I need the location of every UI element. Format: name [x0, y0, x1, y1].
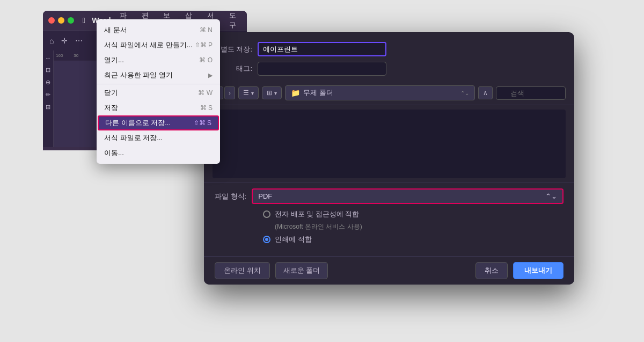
- filename-input[interactable]: [258, 42, 386, 56]
- menu-save-as-template[interactable]: 서식 파일로 저장...: [97, 130, 220, 145]
- menu-save-as[interactable]: 다른 이름으로 저장... ⇧⌘ S: [98, 115, 219, 130]
- radio-circle-electronic: [263, 210, 270, 218]
- footer-left: 온라인 위치 새로운 폴더: [215, 262, 328, 279]
- filename-row: 별도 저장:: [215, 42, 564, 56]
- file-dropdown-menu: 새 문서 ⌘ N 서식 파일에서 새로 만들기... ⇧⌘ P 열기... ⌘ …: [97, 19, 220, 164]
- list-view-button[interactable]: ☰ ▾: [238, 86, 259, 99]
- save-dialog: 별도 저장: 태그: ‹ › ☰ ▾ ⊞ ▾ 📁 무제 폴더 ⌃⌄ ∧ 🔍: [204, 32, 574, 285]
- tag-input[interactable]: [258, 62, 386, 76]
- ruler-num: 160: [56, 53, 63, 58]
- grid-view-button[interactable]: ⊞ ▾: [262, 86, 282, 99]
- menu-close[interactable]: 닫기 ⌘ W: [97, 85, 220, 100]
- menu-open[interactable]: 열기... ⌘ O: [97, 53, 220, 68]
- menu-save[interactable]: 저장 ⌘ S: [97, 100, 220, 115]
- tag-label: 태그:: [215, 64, 252, 74]
- cursor-icon: ↔: [43, 53, 53, 63]
- footer-right: 취소 내보내기: [475, 262, 564, 279]
- close-button[interactable]: [48, 17, 55, 24]
- export-button[interactable]: 내보내기: [513, 262, 564, 279]
- folder-icon: 📁: [291, 89, 300, 97]
- grid-view-chevron: ▾: [274, 90, 277, 96]
- format-select-arrow: ⌃⌄: [545, 192, 557, 200]
- radio-dot-print: [265, 238, 268, 241]
- expand-button[interactable]: ∧: [478, 86, 493, 99]
- pencil-icon: ✏: [43, 89, 53, 100]
- cancel-button[interactable]: 취소: [475, 262, 508, 279]
- maximize-button[interactable]: [68, 17, 74, 24]
- folder-dropdown[interactable]: 📁 무제 폴더 ⌃⌄: [285, 85, 475, 100]
- menu-section-2: 닫기 ⌘ W 저장 ⌘ S 다른 이름으로 저장... ⇧⌘ S 서식 파일로 …: [97, 84, 220, 162]
- file-list-area: [213, 110, 566, 178]
- folder-name: 무제 폴더: [303, 88, 333, 98]
- dialog-toolbar: ‹ › ☰ ▾ ⊞ ▾ 📁 무제 폴더 ⌃⌄ ∧ 🔍: [204, 81, 574, 105]
- radio-circle-print: [263, 236, 270, 243]
- apple-icon: : [83, 16, 85, 25]
- search-wrapper: 🔍: [496, 86, 566, 100]
- menu-item-tools[interactable]: 도구: [227, 10, 241, 31]
- menu-recent-files[interactable]: 최근 사용한 파일 열기 ▶: [97, 68, 220, 83]
- folder-dropdown-arrow: ⌃⌄: [460, 90, 469, 96]
- traffic-lights: [48, 17, 74, 24]
- radio-electronic[interactable]: 전자 배포 및 접근성에 적합: [263, 209, 564, 219]
- select-icon: ⊡: [43, 64, 53, 76]
- dialog-footer: 온라인 위치 새로운 폴더 취소 내보내기: [204, 256, 574, 285]
- radio-electronic-label: 전자 배포 및 접근성에 적합: [275, 209, 359, 219]
- format-label: 파일 형식:: [215, 192, 246, 201]
- menu-new-document[interactable]: 새 문서 ⌘ N: [97, 23, 220, 38]
- menu-section-1: 새 문서 ⌘ N 서식 파일에서 새로 만들기... ⇧⌘ P 열기... ⌘ …: [97, 21, 220, 84]
- left-ruler: ↔ ⊡ ⊕ ✏ ⊞: [43, 50, 54, 147]
- format-row: 파일 형식: PDF ⌃⌄: [215, 188, 564, 204]
- list-view-chevron: ▾: [251, 90, 254, 96]
- dialog-top: 별도 저장: 태그:: [204, 32, 574, 81]
- search-input[interactable]: [496, 86, 566, 100]
- radio-group: 전자 배포 및 접근성에 적합 (Microsoft 온라인 서비스 사용) 인…: [263, 209, 564, 244]
- new-folder-button[interactable]: 새로운 폴더: [275, 262, 328, 279]
- radio-print-label: 인쇄에 적합: [275, 235, 312, 244]
- menu-move[interactable]: 이동...: [97, 145, 220, 161]
- move-icon[interactable]: ✛: [59, 34, 70, 47]
- filename-label: 별도 저장:: [215, 45, 252, 54]
- ruler-num-2: 30: [74, 53, 78, 58]
- dialog-bottom: 파일 형식: PDF ⌃⌄ 전자 배포 및 접근성에 적합 (Microsoft…: [204, 183, 574, 256]
- zoom-icon: ⊕: [43, 77, 53, 88]
- minimize-button[interactable]: [58, 17, 64, 24]
- expand-icon[interactable]: ⋯: [73, 34, 85, 47]
- home-icon[interactable]: ⌂: [47, 34, 56, 47]
- format-value: PDF: [258, 192, 272, 200]
- radio-electronic-sub: (Microsoft 온라인 서비스 사용): [275, 222, 564, 231]
- format-select[interactable]: PDF ⌃⌄: [252, 188, 564, 204]
- forward-button[interactable]: ›: [224, 86, 235, 99]
- radio-print[interactable]: 인쇄에 적합: [263, 235, 564, 244]
- tag-row: 태그:: [215, 62, 564, 76]
- crop-icon: ⊞: [43, 101, 53, 113]
- online-location-button[interactable]: 온라인 위치: [215, 262, 270, 279]
- menu-new-from-template[interactable]: 서식 파일에서 새로 만들기... ⇧⌘ P: [97, 38, 220, 53]
